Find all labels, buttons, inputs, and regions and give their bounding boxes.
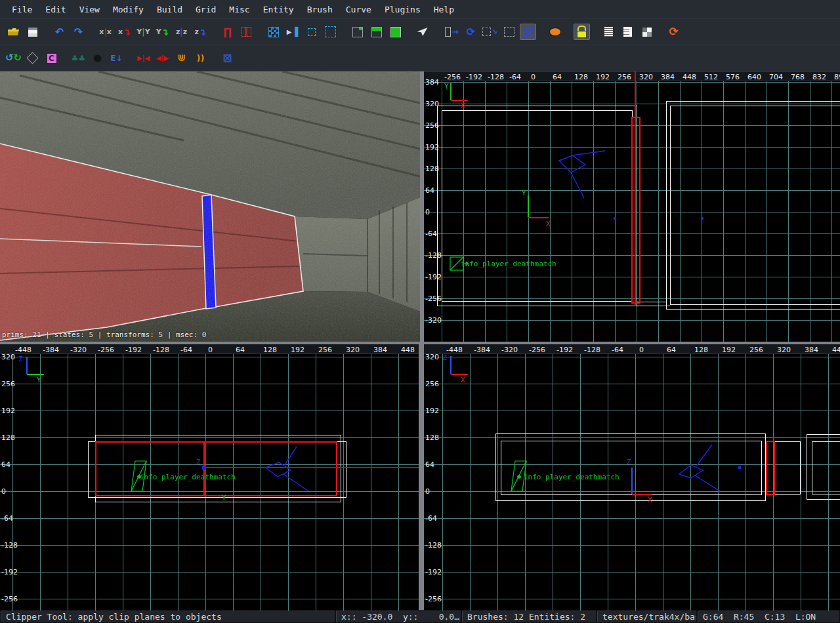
hollow-icon <box>268 27 279 37</box>
corner-axis-h-label: X <box>461 102 465 110</box>
viewport-yz-side[interactable]: -448-384-320-256-192-128-640641281922563… <box>0 344 419 611</box>
textures-button[interactable] <box>639 24 655 40</box>
origin-axis-h-label: X <box>546 220 551 228</box>
clip-point <box>202 466 206 470</box>
status-cursor-position: x:: -320.0 y:: 0.0… <box>335 610 461 623</box>
texture-lock-icon <box>577 26 587 38</box>
toolbar-separator <box>591 24 599 40</box>
menu-grid[interactable]: Grid <box>189 3 222 16</box>
menu-help[interactable]: Help <box>427 3 461 16</box>
model-button[interactable]: ● <box>89 50 106 66</box>
menubar: FileEditViewModifyBuildGridMiscEntityBru… <box>0 0 840 18</box>
viewport-xy-top[interactable]: -256-192-128-640641281922563203844485125… <box>424 71 840 342</box>
undo-button[interactable]: ↶ <box>51 24 68 40</box>
toolbar-separator <box>126 50 134 66</box>
select-touching-button[interactable] <box>303 24 320 40</box>
translate-button[interactable]: → <box>444 24 460 40</box>
foliage-button[interactable]: ♣♣ <box>70 50 87 66</box>
toolbar-separator <box>210 24 218 40</box>
menu-modify[interactable]: Modify <box>106 3 150 16</box>
toolbar-separator <box>340 24 348 40</box>
caulk-button[interactable]: C <box>43 50 60 66</box>
toolbar-separator <box>210 50 218 66</box>
patch-button[interactable] <box>547 24 563 40</box>
origin-axis-xy <box>528 195 549 218</box>
origin-axis-v-label: Z <box>196 458 201 466</box>
viewport-xz-front[interactable]: -448-384-320-256-192-128-640641281922563… <box>424 344 840 611</box>
rotate-z-icon: z↴ <box>194 28 206 37</box>
csg-subtract-button[interactable]: ∏ <box>219 24 236 40</box>
texture-swatch-icon <box>642 28 652 37</box>
rotate-x-button[interactable]: x↴ <box>116 24 133 40</box>
entity-label-yz: info_player_deathmatch <box>140 473 236 481</box>
origin-axis-v-label: Z <box>627 458 631 466</box>
delete-selection-button[interactable]: ⊠ <box>219 50 236 66</box>
draw-solid-button[interactable] <box>387 24 404 40</box>
draw-top-button[interactable] <box>368 24 385 40</box>
scale-button[interactable]: ↘ <box>482 24 498 40</box>
csg-subtract-icon: ∏ <box>223 27 232 37</box>
menu-edit[interactable]: Edit <box>39 3 72 16</box>
flip-x-button[interactable]: x|x <box>97 24 114 40</box>
workspace: prims: 21 | states: 5 | transforms: 5 | … <box>0 71 840 610</box>
cap-outward-button[interactable]: ◀|▶ <box>154 50 171 66</box>
viewport-3d-camera[interactable]: prims: 21 | states: 5 | transforms: 5 | … <box>0 71 420 342</box>
brush-merge-button[interactable]: ▶▐ <box>284 24 301 40</box>
bend-button[interactable]: )) <box>192 50 209 66</box>
menu-misc[interactable]: Misc <box>222 3 256 16</box>
texture-lock-button[interactable] <box>574 24 590 40</box>
menu-file[interactable]: File <box>5 3 39 16</box>
rotate-tool-button[interactable]: ⟳ <box>463 24 479 40</box>
menu-curve[interactable]: Curve <box>339 3 378 16</box>
corner-axis-v-label: Y <box>444 82 449 90</box>
camera-icon-xy <box>559 151 605 198</box>
redo-button[interactable]: ↷ <box>70 24 87 40</box>
cap-inward-icon: ▶|◀ <box>137 55 150 62</box>
corner-axis-xz <box>451 356 468 374</box>
entity-list-icon <box>604 26 614 37</box>
draw-corner-button[interactable] <box>349 24 366 40</box>
entity-label-xz: info_player_deathmatch <box>524 473 620 481</box>
menu-plugins[interactable]: Plugins <box>378 3 427 16</box>
cap-patch-button[interactable]: ⋓ <box>173 50 190 66</box>
menu-brush[interactable]: Brush <box>301 3 339 16</box>
origin-axis-h-label: Y <box>222 494 226 502</box>
menu-view[interactable]: View <box>73 3 106 16</box>
menu-build[interactable]: Build <box>150 3 189 16</box>
x-square-icon: ⊠ <box>222 52 232 64</box>
refresh-models-button[interactable]: ↺↻ <box>5 50 22 66</box>
toolbar-separator <box>564 24 572 40</box>
rotate-z-button[interactable]: z↴ <box>192 24 209 40</box>
cursor-button[interactable] <box>414 24 430 40</box>
clipper-button[interactable] <box>520 24 536 40</box>
console-icon <box>623 26 633 37</box>
flip-z-button[interactable]: z|z <box>173 24 190 40</box>
cap-inward-button[interactable]: ▶|◀ <box>135 50 152 66</box>
entity-list-button[interactable] <box>600 24 617 40</box>
open-button[interactable] <box>5 24 22 40</box>
hollow-button[interactable] <box>265 24 282 40</box>
cube-corner-icon <box>352 27 363 37</box>
toolbar-separator <box>88 24 96 40</box>
console-button[interactable] <box>620 24 636 40</box>
save-button[interactable] <box>24 24 41 40</box>
rotate-tool-icon: ⟳ <box>467 27 475 37</box>
status-brush-entity-counts: Brushes: 12 Entities: 2 <box>461 610 597 623</box>
rotate-y-button[interactable]: Y↴ <box>154 24 171 40</box>
refresh-icon: ⟳ <box>669 26 678 37</box>
csg-merge-button[interactable] <box>238 24 255 40</box>
select-inside-button[interactable] <box>322 24 339 40</box>
status-current-texture: textures/trak4x/base-c… <box>597 610 697 623</box>
background-image-button[interactable] <box>24 50 41 66</box>
cap-outward-icon: ◀|▶ <box>156 55 169 62</box>
flip-y-icon: Y|Y <box>136 28 150 36</box>
camera-icon-yz <box>266 447 308 491</box>
refresh-button[interactable]: ⟳ <box>665 24 682 40</box>
entity-drop-button[interactable]: E↓ <box>108 50 125 66</box>
transform-button[interactable] <box>501 24 517 40</box>
selected-brush-xz <box>766 441 774 494</box>
menu-entity[interactable]: Entity <box>257 3 301 16</box>
flip-y-button[interactable]: Y|Y <box>135 24 152 40</box>
corner-axis-v-label: Z <box>442 353 447 362</box>
caulk-icon: C <box>47 53 57 64</box>
